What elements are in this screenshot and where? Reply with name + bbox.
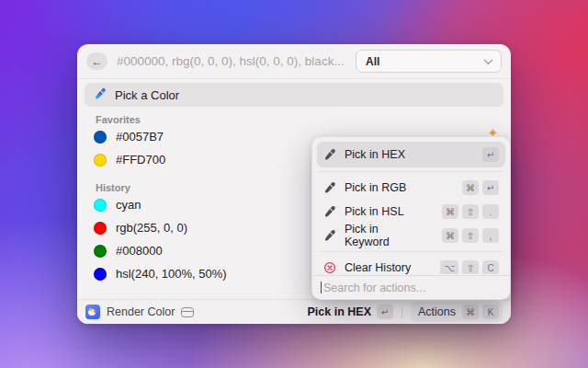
primary-action-label[interactable]: Pick in HEX: [308, 305, 371, 318]
eyedropper-icon: [323, 229, 336, 242]
action-item[interactable]: Pick in RGB⌘↵: [317, 176, 505, 200]
color-swatch: [94, 268, 107, 281]
eyedropper-icon: [94, 87, 107, 103]
actions-search-bar: [312, 275, 510, 299]
key-badge: C: [482, 260, 499, 274]
pick-a-color-label: Pick a Color: [115, 88, 179, 102]
action-item[interactable]: Pick in Keyword⌘⇧,: [317, 224, 505, 247]
command-mode-icon: [181, 307, 194, 317]
text-cursor: [321, 282, 322, 293]
actions-list: Pick in HEX↵ Pick in RGB⌘↵ Pick in HSL⌘⇧…: [317, 142, 505, 274]
key-badge: ⌘: [462, 180, 479, 195]
actions-popup: Pick in HEX↵ Pick in RGB⌘↵ Pick in HSL⌘⇧…: [311, 136, 511, 300]
key-badge: ↵: [482, 147, 499, 162]
action-item[interactable]: Pick in HEX↵: [317, 142, 505, 167]
actions-label: Actions: [418, 305, 456, 318]
footer-bar: Render Color Pick in HEX ↵ Actions ⌘ K: [77, 299, 511, 324]
actions-search-input[interactable]: [323, 282, 502, 294]
color-swatch: [94, 199, 107, 212]
back-button[interactable]: ←: [86, 52, 107, 70]
footer-actions: Pick in HEX ↵ Actions ⌘ K: [308, 302, 503, 322]
key-badge: ⌘: [442, 204, 458, 219]
key-badge: ⇧: [462, 228, 479, 243]
app-name: Render Color: [107, 305, 175, 318]
color-label: #008000: [116, 244, 163, 258]
shortcut-keys: ⌘↵: [462, 180, 499, 195]
action-item[interactable]: Pick in HSL⌘⇧.: [317, 200, 505, 224]
action-label: Pick in HEX: [345, 148, 405, 161]
cmd-key-badge: ⌘: [462, 305, 479, 319]
action-label: Pick in RGB: [345, 181, 406, 194]
eyedropper-icon: [323, 181, 336, 194]
k-key-badge: K: [482, 305, 499, 319]
actions-button[interactable]: Actions ⌘ K: [411, 302, 503, 322]
shortcut-keys: ⌥⇧C: [440, 260, 499, 274]
key-badge: ⇧: [462, 260, 479, 274]
shortcut-keys: ⌘⇧,: [442, 228, 499, 243]
enter-key-badge: ↵: [377, 305, 393, 319]
render-color-app-icon: [85, 305, 100, 319]
clear-icon: [323, 261, 336, 274]
color-swatch: [94, 131, 107, 144]
back-arrow-icon: ←: [92, 55, 103, 68]
filter-dropdown[interactable]: All: [356, 50, 502, 73]
section-title: Favorites: [96, 114, 511, 125]
divider: [319, 251, 503, 252]
search-bar: ← All: [77, 44, 511, 79]
color-label: #FFD700: [116, 153, 165, 167]
search-input[interactable]: [117, 54, 356, 68]
eyedropper-icon: [323, 148, 336, 161]
shortcut-keys: ⌘⇧.: [442, 204, 499, 219]
color-label: #0057B7: [116, 130, 164, 144]
action-item[interactable]: Clear History⌥⇧C: [317, 256, 505, 274]
color-label: cyan: [116, 198, 141, 212]
key-badge: ,: [482, 228, 499, 243]
color-label: rgb(255, 0, 0): [116, 221, 187, 235]
action-label: Pick in HSL: [345, 205, 404, 218]
eyedropper-icon: [323, 205, 336, 218]
key-badge: ⇧: [462, 204, 479, 219]
color-label: hsl(240, 100%, 50%): [116, 267, 227, 281]
shortcut-keys: ↵: [482, 147, 499, 162]
key-badge: ⌥: [440, 260, 458, 274]
pick-a-color-item[interactable]: Pick a Color: [85, 83, 503, 107]
key-badge: ↵: [482, 180, 499, 195]
divider: [319, 171, 503, 172]
color-swatch: [94, 154, 107, 167]
filter-value: All: [366, 55, 379, 68]
footer-divider: [401, 306, 402, 318]
action-label: Clear History: [345, 261, 411, 274]
color-swatch: [94, 222, 107, 235]
chevron-down-icon: [484, 55, 493, 64]
key-badge: .: [482, 204, 499, 219]
color-swatch: [94, 245, 107, 258]
action-label: Pick in Keyword: [345, 223, 425, 248]
key-badge: ⌘: [442, 228, 458, 243]
